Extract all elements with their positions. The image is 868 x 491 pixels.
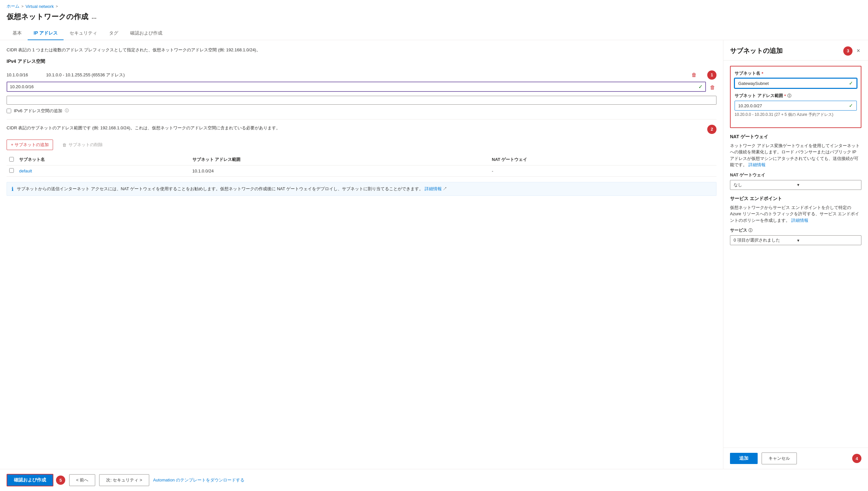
confirm-create-button[interactable]: 確認および作成 — [7, 474, 53, 486]
next-button[interactable]: 次: セキュリティ > — [99, 474, 149, 486]
subnet-table-name-header: サブネット名 — [17, 154, 190, 166]
subnet-row-check — [7, 166, 17, 177]
nat-detail-link[interactable]: 詳細情報 — [749, 162, 765, 167]
subnet-row-checkbox[interactable] — [9, 168, 14, 173]
subnet-name-link[interactable]: default — [19, 169, 32, 173]
subnet-name-check-icon: ✓ — [849, 80, 853, 86]
ipv4-section-title: IPv4 アドレス空間 — [7, 59, 716, 64]
tab-security[interactable]: セキュリティ — [63, 27, 103, 40]
delete-subnet-button: 🗑 サブネットの削除 — [58, 140, 107, 150]
active-address-input-container: ✓ — [7, 82, 706, 92]
panel-header: サブネットの追加 3 × — [723, 40, 868, 61]
service-endpoint-title: サービス エンドポイント — [730, 196, 861, 202]
ipv6-checkbox-row: IPv6 アドレス空間の追加 ⓘ — [7, 108, 716, 114]
subnet-address-label: サブネット アドレス範囲 * ⓘ — [735, 93, 857, 99]
panel-title: サブネットの追加 — [730, 47, 783, 55]
subnet-name-input[interactable] — [738, 81, 846, 86]
delete-address-1-icon[interactable]: 🗑 — [690, 71, 698, 79]
annotation-2: 2 — [707, 125, 716, 134]
breadcrumb: ホーム > Virtual network > — [0, 0, 868, 10]
service-endpoint-desc: 仮想ネットワークからサービス エンドポイントを介して特定の Azure リソース… — [730, 204, 861, 224]
nat-section-title: NAT ゲートウェイ — [730, 134, 861, 140]
add-subnet-button[interactable]: + サブネットの追加 — [7, 140, 53, 150]
active-input-row: ✓ 🗑 — [7, 82, 716, 94]
tab-basic[interactable]: 基本 — [7, 27, 28, 40]
annotation-3: 3 — [843, 47, 852, 56]
subnet-row-range: 10.1.0.0/24 — [190, 166, 489, 177]
breadcrumb-sep1: > — [21, 4, 23, 8]
empty-address-input[interactable] — [9, 98, 713, 103]
delete-subnet-label: サブネットの削除 — [69, 142, 103, 148]
subnet-address-input-container: ✓ — [735, 101, 857, 111]
left-content: CIDR 表記の 1 つまたは複数のアドレス プレフィックスとして指定された、仮… — [0, 40, 723, 469]
service-chevron-icon: ▾ — [797, 238, 858, 243]
active-address-check-icon: ✓ — [698, 84, 703, 90]
address-row-1: 10.1.0.0/16 10.1.0.0 - 10.1.255.255 (655… — [7, 68, 716, 82]
page-footer: 確認および作成 5 < 前へ 次: セキュリティ > Automation のテ… — [0, 469, 868, 491]
delete-icon: 🗑 — [62, 143, 66, 147]
subnet-name-label: サブネット名 * — [735, 70, 857, 76]
active-address-input[interactable] — [10, 84, 696, 89]
service-field-label: サービス ⓘ — [730, 227, 861, 233]
subnet-table-range-header: サブネット アドレス範囲 — [190, 154, 489, 166]
tab-tags[interactable]: タグ — [103, 27, 124, 40]
subnet-address-field: サブネット アドレス範囲 * ⓘ ✓ 10.20.0.0 - 10.20.0.3… — [735, 93, 857, 117]
service-endpoint-link[interactable]: 詳細情報 — [791, 218, 808, 223]
highlighted-fields-box: サブネット名 * ✓ サブネット アドレス範囲 * ⓘ — [730, 66, 861, 128]
info-box: ℹ サブネットからの送信インターネット アクセスには、NAT ゲートウェイを使用… — [7, 182, 716, 196]
address-prefix-1: 10.1.0.0/16 — [7, 73, 39, 77]
nat-gateway-field-label: NAT ゲートウェイ — [730, 172, 861, 178]
divider-1 — [7, 119, 716, 119]
service-select[interactable]: 0 項目が選択されました ▾ — [730, 235, 861, 245]
subnet-name-required: * — [762, 71, 763, 76]
nat-section-desc: ネットワーク アドレス変換ゲートウェイを使用してインターネットへの接続を簡素化し… — [730, 143, 861, 168]
nat-gateway-value: なし — [734, 182, 794, 188]
annotation-5: 5 — [56, 475, 65, 485]
ipv6-info-icon[interactable]: ⓘ — [65, 108, 69, 114]
panel-cancel-button[interactable]: キャンセル — [762, 453, 797, 464]
automation-template-link[interactable]: Automation のテンプレートをダウンロードする — [153, 477, 244, 483]
info-box-message: サブネットからの送信インターネット アクセスには、NAT ゲートウェイを使用する… — [17, 186, 423, 191]
subnet-name-field: サブネット名 * ✓ — [735, 70, 857, 88]
subnet-table-select-all[interactable] — [9, 157, 14, 162]
subnet-address-info-icon[interactable]: ⓘ — [787, 93, 791, 99]
table-row: default 10.1.0.0/24 - — [7, 166, 716, 177]
subnet-desc: CIDR 表記のサブネットのアドレス範囲です (例: 192.168.1.0/2… — [7, 125, 705, 131]
annotation-4: 4 — [852, 454, 861, 463]
info-box-link-icon: ↗ — [443, 186, 447, 191]
subnet-table-check-header — [7, 154, 17, 166]
page-title-options[interactable]: ... — [91, 13, 97, 21]
panel-close-button[interactable]: × — [855, 46, 861, 56]
subnet-row-name: default — [17, 166, 190, 177]
tab-ip-address[interactable]: IP アドレス — [28, 27, 63, 40]
panel-add-button[interactable]: 追加 — [730, 453, 758, 464]
breadcrumb-home[interactable]: ホーム — [7, 3, 20, 9]
subnet-table: サブネット名 サブネット アドレス範囲 NAT ゲートウェイ default 1… — [7, 154, 716, 177]
nat-section: NAT ゲートウェイ ネットワーク アドレス変換ゲートウェイを使用してインターネ… — [730, 134, 861, 190]
tabs-bar: 基本 IP アドレス セキュリティ タグ 確認および作成 — [0, 27, 868, 40]
panel-body: サブネット名 * ✓ サブネット アドレス範囲 * ⓘ — [723, 61, 868, 447]
ipv6-checkbox-label: IPv6 アドレス空間の追加 — [14, 108, 62, 114]
breadcrumb-virtual-network[interactable]: Virtual network — [25, 4, 54, 9]
breadcrumb-sep2: > — [56, 4, 58, 8]
service-value: 0 項目が選択されました — [734, 237, 794, 243]
description-text: CIDR 表記の 1 つまたは複数のアドレス プレフィックスとして指定された、仮… — [7, 47, 716, 53]
service-info-icon[interactable]: ⓘ — [749, 228, 752, 233]
subnet-row-nat: - — [489, 166, 716, 177]
panel-footer: 追加 キャンセル 4 — [723, 447, 868, 469]
info-box-link[interactable]: 詳細情報 — [425, 186, 442, 191]
tab-review[interactable]: 確認および作成 — [124, 27, 168, 40]
subnet-table-nat-header: NAT ゲートウェイ — [489, 154, 716, 166]
nat-gateway-chevron-icon: ▾ — [797, 182, 858, 187]
subnet-name-input-container: ✓ — [735, 78, 857, 88]
subnet-address-input[interactable] — [738, 103, 846, 108]
nat-gateway-select[interactable]: なし ▾ — [730, 180, 861, 190]
subnet-address-subtext: 10.20.0.0 - 10.20.0.31 (27 + 5 個の Azure … — [735, 112, 857, 117]
delete-active-address-icon[interactable]: 🗑 — [709, 83, 716, 92]
ipv6-checkbox[interactable] — [7, 109, 11, 113]
subnet-actions: + サブネットの追加 🗑 サブネットの削除 — [7, 140, 716, 150]
annotation-1: 1 — [707, 70, 716, 80]
prev-button[interactable]: < 前へ — [69, 474, 95, 486]
right-panel: サブネットの追加 3 × サブネット名 * ✓ — [723, 40, 868, 469]
page-title-row: 仮想ネットワークの作成 ... — [0, 10, 868, 27]
